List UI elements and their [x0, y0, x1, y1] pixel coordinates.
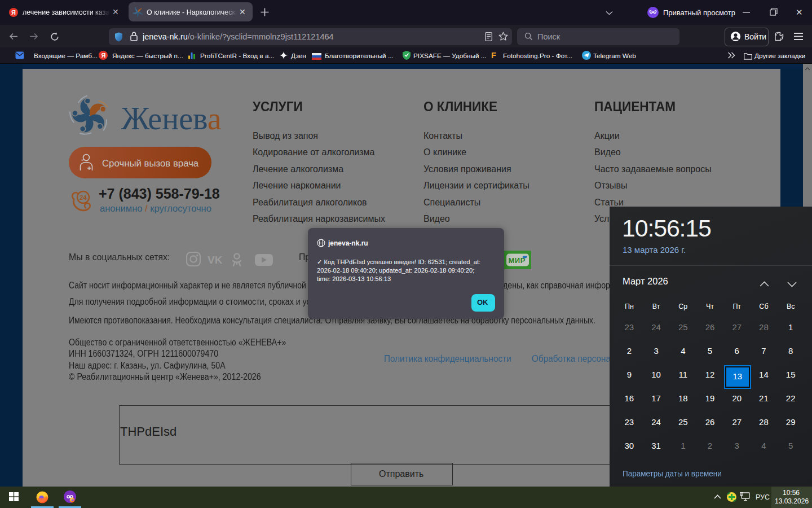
svg-text:VK: VK — [208, 254, 223, 266]
svg-text:24: 24 — [80, 194, 87, 201]
